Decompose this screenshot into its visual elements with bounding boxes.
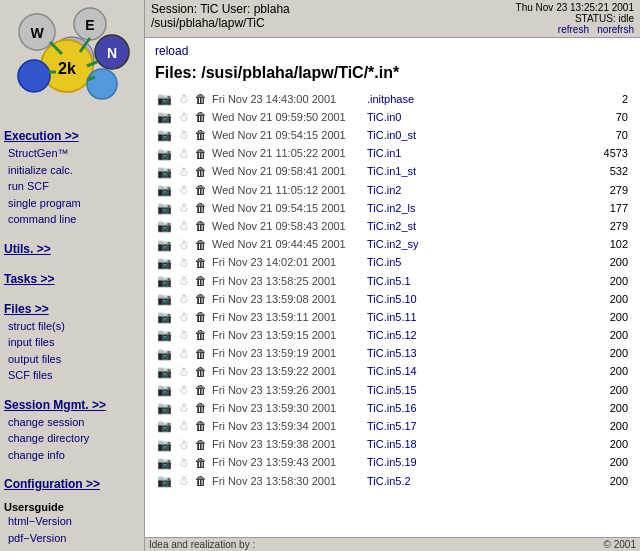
file-link[interactable]: TiC.in0_st bbox=[367, 129, 416, 141]
delete-icon[interactable]: 🗑 bbox=[195, 238, 207, 252]
file-link[interactable]: TiC.in5.12 bbox=[367, 329, 417, 341]
delete-icon[interactable]: 🗑 bbox=[195, 292, 207, 306]
file-link[interactable]: TiC.in5.15 bbox=[367, 384, 417, 396]
camera-icon[interactable]: 📷 bbox=[157, 110, 172, 124]
file-link[interactable]: TiC.in5.14 bbox=[367, 365, 417, 377]
delete-icon[interactable]: 🗑 bbox=[195, 438, 207, 452]
camera-icon[interactable]: 📷 bbox=[157, 165, 172, 179]
delete-icon[interactable]: 🗑 bbox=[195, 201, 207, 215]
camera-icon[interactable]: 📷 bbox=[157, 147, 172, 161]
edit-icon[interactable]: ☃ bbox=[178, 292, 189, 306]
camera-icon[interactable]: 📷 bbox=[157, 128, 172, 142]
delete-icon[interactable]: 🗑 bbox=[195, 92, 207, 106]
edit-icon[interactable]: ☃ bbox=[178, 110, 189, 124]
edit-icon[interactable]: ☃ bbox=[178, 128, 189, 142]
file-link[interactable]: TiC.in1_st bbox=[367, 165, 416, 177]
delete-icon[interactable]: 🗑 bbox=[195, 456, 207, 470]
sidebar-item-initialize-calc[interactable]: initialize calc. bbox=[4, 162, 140, 179]
edit-icon[interactable]: ☃ bbox=[178, 438, 189, 452]
sidebar-item-change-session[interactable]: change session bbox=[4, 414, 140, 431]
edit-icon[interactable]: ☃ bbox=[178, 165, 189, 179]
refresh-link[interactable]: refresh bbox=[558, 24, 589, 35]
sidebar-item-output-files[interactable]: output files bbox=[4, 351, 140, 368]
camera-icon[interactable]: 📷 bbox=[157, 92, 172, 106]
camera-icon[interactable]: 📷 bbox=[157, 419, 172, 433]
file-link[interactable]: TiC.in5.18 bbox=[367, 438, 417, 450]
sidebar-item-html-version[interactable]: html−Version bbox=[4, 513, 140, 530]
edit-icon[interactable]: ☃ bbox=[178, 310, 189, 324]
file-link[interactable]: TiC.in2 bbox=[367, 184, 401, 196]
execution-section[interactable]: Execution >> bbox=[4, 129, 140, 143]
delete-icon[interactable]: 🗑 bbox=[195, 274, 207, 288]
camera-icon[interactable]: 📷 bbox=[157, 274, 172, 288]
sidebar-item-scf-files[interactable]: SCF files bbox=[4, 367, 140, 384]
edit-icon[interactable]: ☃ bbox=[178, 183, 189, 197]
delete-icon[interactable]: 🗑 bbox=[195, 310, 207, 324]
file-link[interactable]: TiC.in5.13 bbox=[367, 347, 417, 359]
edit-icon[interactable]: ☃ bbox=[178, 92, 189, 106]
camera-icon[interactable]: 📷 bbox=[157, 183, 172, 197]
camera-icon[interactable]: 📷 bbox=[157, 328, 172, 342]
edit-icon[interactable]: ☃ bbox=[178, 328, 189, 342]
file-link[interactable]: TiC.in5.2 bbox=[367, 475, 411, 487]
sidebar-item-structgen[interactable]: StructGen™ bbox=[4, 145, 140, 162]
file-link[interactable]: TiC.in2_ls bbox=[367, 202, 416, 214]
delete-icon[interactable]: 🗑 bbox=[195, 347, 207, 361]
edit-icon[interactable]: ☃ bbox=[178, 274, 189, 288]
tasks-section[interactable]: Tasks >> bbox=[4, 272, 140, 286]
delete-icon[interactable]: 🗑 bbox=[195, 474, 207, 488]
camera-icon[interactable]: 📷 bbox=[157, 201, 172, 215]
file-link[interactable]: TiC.in5.16 bbox=[367, 402, 417, 414]
delete-icon[interactable]: 🗑 bbox=[195, 165, 207, 179]
camera-icon[interactable]: 📷 bbox=[157, 383, 172, 397]
delete-icon[interactable]: 🗑 bbox=[195, 147, 207, 161]
edit-icon[interactable]: ☃ bbox=[178, 383, 189, 397]
edit-icon[interactable]: ☃ bbox=[178, 219, 189, 233]
delete-icon[interactable]: 🗑 bbox=[195, 419, 207, 433]
files-section[interactable]: Files >> bbox=[4, 302, 140, 316]
file-link[interactable]: TiC.in2_st bbox=[367, 220, 416, 232]
camera-icon[interactable]: 📷 bbox=[157, 456, 172, 470]
file-link[interactable]: TiC.in5.10 bbox=[367, 293, 417, 305]
sidebar-item-pdf-version[interactable]: pdf−Version bbox=[4, 530, 140, 547]
sidebar-item-struct-files[interactable]: struct file(s) bbox=[4, 318, 140, 335]
camera-icon[interactable]: 📷 bbox=[157, 292, 172, 306]
sidebar-item-input-files[interactable]: input files bbox=[4, 334, 140, 351]
edit-icon[interactable]: ☃ bbox=[178, 401, 189, 415]
sidebar-item-single-program[interactable]: single program bbox=[4, 195, 140, 212]
file-link[interactable]: TiC.in5.1 bbox=[367, 275, 411, 287]
norefresh-link[interactable]: norefrsh bbox=[597, 24, 634, 35]
file-link[interactable]: TiC.in5.19 bbox=[367, 456, 417, 468]
camera-icon[interactable]: 📷 bbox=[157, 365, 172, 379]
file-link[interactable]: .initphase bbox=[367, 93, 414, 105]
edit-icon[interactable]: ☃ bbox=[178, 201, 189, 215]
file-link[interactable]: TiC.in2_sy bbox=[367, 238, 419, 250]
sidebar-item-run-scf[interactable]: run SCF bbox=[4, 178, 140, 195]
camera-icon[interactable]: 📷 bbox=[157, 474, 172, 488]
file-link[interactable]: TiC.in0 bbox=[367, 111, 401, 123]
file-link[interactable]: TiC.in5.17 bbox=[367, 420, 417, 432]
edit-icon[interactable]: ☃ bbox=[178, 238, 189, 252]
edit-icon[interactable]: ☃ bbox=[178, 256, 189, 270]
camera-icon[interactable]: 📷 bbox=[157, 347, 172, 361]
delete-icon[interactable]: 🗑 bbox=[195, 128, 207, 142]
file-link[interactable]: TiC.in5.11 bbox=[367, 311, 417, 323]
sidebar-item-change-directory[interactable]: change directory bbox=[4, 430, 140, 447]
utils-section[interactable]: Utils. >> bbox=[4, 242, 140, 256]
configuration-section[interactable]: Configuration >> bbox=[4, 477, 140, 491]
camera-icon[interactable]: 📷 bbox=[157, 256, 172, 270]
sidebar-item-command-line[interactable]: command line bbox=[4, 211, 140, 228]
delete-icon[interactable]: 🗑 bbox=[195, 219, 207, 233]
camera-icon[interactable]: 📷 bbox=[157, 438, 172, 452]
edit-icon[interactable]: ☃ bbox=[178, 474, 189, 488]
camera-icon[interactable]: 📷 bbox=[157, 238, 172, 252]
delete-icon[interactable]: 🗑 bbox=[195, 383, 207, 397]
camera-icon[interactable]: 📷 bbox=[157, 219, 172, 233]
delete-icon[interactable]: 🗑 bbox=[195, 110, 207, 124]
camera-icon[interactable]: 📷 bbox=[157, 310, 172, 324]
delete-icon[interactable]: 🗑 bbox=[195, 183, 207, 197]
edit-icon[interactable]: ☃ bbox=[178, 365, 189, 379]
edit-icon[interactable]: ☃ bbox=[178, 147, 189, 161]
delete-icon[interactable]: 🗑 bbox=[195, 365, 207, 379]
session-mgmt-section[interactable]: Session Mgmt. >> bbox=[4, 398, 140, 412]
